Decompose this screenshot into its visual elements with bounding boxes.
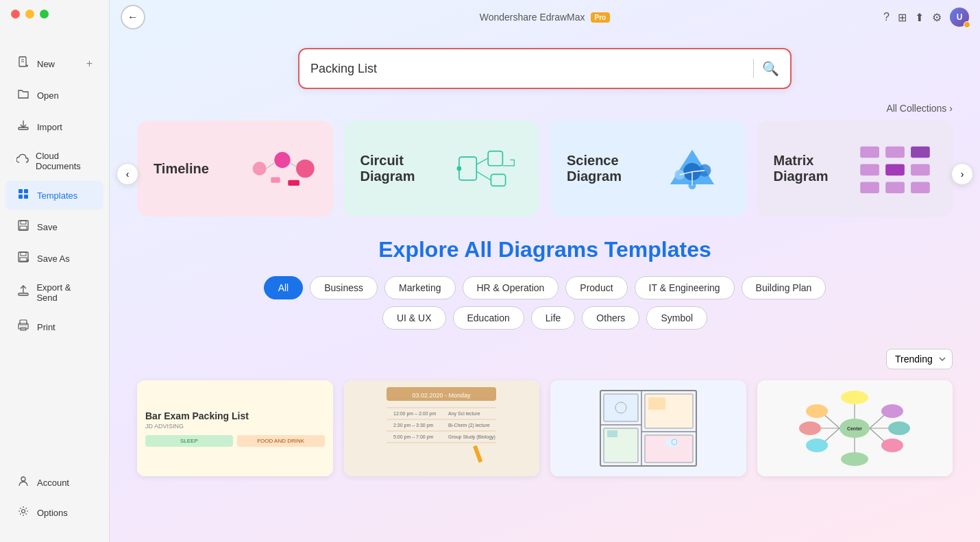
search-section: 🔍 <box>110 34 980 96</box>
sidebar-item-options[interactable]: Options <box>5 498 103 527</box>
avatar[interactable]: U <box>950 8 969 27</box>
svg-point-95 <box>806 439 828 452</box>
carousel-next-button[interactable]: › <box>951 163 973 185</box>
svg-rect-75 <box>604 394 638 421</box>
filter-life[interactable]: Life <box>531 306 576 330</box>
sidebar-item-open[interactable]: Open <box>5 81 103 110</box>
svg-rect-32 <box>288 180 299 186</box>
sidebar-item-print[interactable]: Print <box>5 312 103 341</box>
sidebar-item-cloud[interactable]: Cloud Documents <box>5 144 103 178</box>
filter-all[interactable]: All <box>264 276 304 299</box>
svg-line-36 <box>476 158 488 164</box>
all-collections-link[interactable]: All Collections › <box>886 103 953 114</box>
svg-rect-8 <box>24 189 28 193</box>
filter-symbol[interactable]: Symbol <box>646 306 707 330</box>
account-icon <box>16 475 30 490</box>
svg-point-94 <box>799 421 821 435</box>
filter-business[interactable]: Business <box>310 276 378 299</box>
share-icon[interactable]: ⬆ <box>915 11 924 24</box>
sidebar-item-save[interactable]: Save <box>5 212 103 241</box>
back-button[interactable]: ← <box>121 5 145 29</box>
svg-point-28 <box>296 160 315 178</box>
maximize-light[interactable] <box>40 10 49 19</box>
svg-rect-53 <box>911 164 930 176</box>
carousel-science-label: Science Diagram <box>567 153 622 184</box>
template-card-schedule[interactable]: 03.02.2020 - Monday 12:00 pm – 2:00 pm A… <box>344 380 540 476</box>
filter-education[interactable]: Education <box>453 306 524 330</box>
svg-text:Group Study (Biology): Group Study (Biology) <box>448 434 495 440</box>
filter-it[interactable]: IT & Engineering <box>635 276 735 299</box>
carousel-card-matrix[interactable]: Matrix Diagram <box>757 121 953 217</box>
filter-product[interactable]: Product <box>565 276 627 299</box>
svg-rect-35 <box>491 174 505 186</box>
sidebar-account-label: Account <box>37 478 69 488</box>
svg-rect-7 <box>19 189 23 193</box>
svg-point-25 <box>22 510 25 513</box>
help-icon[interactable]: ? <box>883 11 890 23</box>
sidebar-item-saveas[interactable]: Save As <box>5 244 103 273</box>
all-collections-label: All Collections <box>886 103 946 114</box>
sidebar-import-label: Import <box>37 122 62 132</box>
sidebar-item-import[interactable]: Import <box>5 112 103 141</box>
sidebar-item-account[interactable]: Account <box>5 468 103 497</box>
collections-header: All Collections › <box>110 96 980 117</box>
carousel-card-circuit[interactable]: Circuit Diagram <box>344 121 540 217</box>
svg-rect-10 <box>24 195 28 199</box>
svg-text:Any Sci lecture: Any Sci lecture <box>448 411 480 417</box>
sort-select[interactable]: Trending Newest Popular <box>886 349 953 369</box>
grid-icon[interactable]: ⊞ <box>898 11 907 24</box>
filter-building[interactable]: Building Plan <box>742 276 826 299</box>
filter-uiux[interactable]: UI & UX <box>382 306 446 330</box>
sidebar-item-export[interactable]: Export & Send <box>5 275 103 310</box>
svg-point-100 <box>841 452 868 466</box>
svg-text:Bi-Chem (2) lecture: Bi-Chem (2) lecture <box>448 423 490 428</box>
template-card-img-floor-plan <box>550 380 746 476</box>
sidebar-item-new[interactable]: New + <box>5 49 103 78</box>
search-input[interactable] <box>310 62 745 76</box>
svg-rect-34 <box>488 151 502 166</box>
sidebar-options-label: Options <box>37 508 68 518</box>
template-card-mind-map[interactable]: Center <box>757 380 953 476</box>
gear-icon <box>16 505 30 520</box>
svg-point-99 <box>841 391 868 404</box>
export-icon <box>16 285 29 300</box>
svg-rect-16 <box>20 258 27 261</box>
topbar-actions: ? ⊞ ⬆ ⚙ U <box>883 8 969 27</box>
svg-rect-9 <box>19 195 23 199</box>
template-card-floor-plan[interactable] <box>550 380 746 476</box>
sort-row: Trending Newest Popular <box>110 343 980 375</box>
carousel-card-timeline[interactable]: Timeline <box>137 121 333 217</box>
sidebar-save-label: Save <box>37 222 58 232</box>
carousel-inner: Timeline Circuit Diagram <box>137 121 953 217</box>
filter-hr[interactable]: HR & Operation <box>463 276 559 299</box>
carousel-prev-button[interactable]: ‹ <box>117 163 138 185</box>
filter-marketing[interactable]: Marketing <box>384 276 455 299</box>
pro-badge: Pro <box>591 12 611 23</box>
svg-text:2:30 pm – 3:30 pm: 2:30 pm – 3:30 pm <box>393 423 434 428</box>
carousel-card-science[interactable]: Science Diagram <box>550 121 746 217</box>
template-card-bar-exam[interactable]: Bar Exam Packing List JD ADVISING SLEEP … <box>137 380 333 476</box>
floor-plan-illustration <box>587 384 710 473</box>
explore-section: Explore All Diagrams Templates All Busin… <box>110 230 980 343</box>
circuit-illustration <box>448 141 523 196</box>
templates-grid: Bar Exam Packing List JD ADVISING SLEEP … <box>110 375 980 490</box>
template-card-img-schedule: 03.02.2020 - Monday 12:00 pm – 2:00 pm A… <box>344 380 540 476</box>
close-light[interactable] <box>11 10 20 19</box>
settings-icon[interactable]: ⚙ <box>932 11 942 24</box>
svg-text:03.02.2020 - Monday: 03.02.2020 - Monday <box>413 392 471 399</box>
svg-rect-55 <box>885 182 905 193</box>
minimize-light[interactable] <box>25 10 34 19</box>
new-file-icon <box>16 56 30 71</box>
search-button[interactable]: 🔍 <box>762 60 779 77</box>
svg-rect-80 <box>607 430 617 437</box>
svg-text:12:00 pm – 2:00 pm: 12:00 pm – 2:00 pm <box>393 411 436 417</box>
carousel-matrix-label: Matrix Diagram <box>774 153 835 184</box>
svg-line-37 <box>476 171 491 180</box>
filter-others[interactable]: Others <box>582 306 639 330</box>
svg-point-98 <box>881 439 903 452</box>
search-box: 🔍 <box>298 48 792 89</box>
sidebar-item-templates[interactable]: Templates <box>5 181 103 210</box>
carousel-circuit-label: Circuit Diagram <box>360 153 415 184</box>
sidebar-new-label: New <box>37 59 55 69</box>
chevron-right-icon: › <box>949 103 953 114</box>
